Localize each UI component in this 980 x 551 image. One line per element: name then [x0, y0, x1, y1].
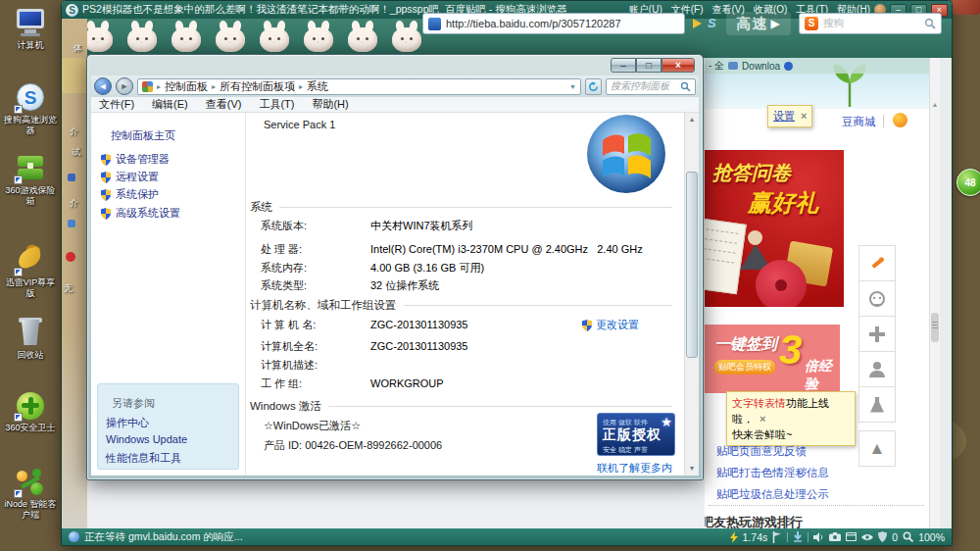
speed-mode-button[interactable]: 高速▶ [726, 12, 791, 35]
sidebar-home-link[interactable]: 控制面板主页 [111, 128, 175, 143]
desktop-icon-sogou-browser[interactable]: S 搜狗高速浏览器 [2, 82, 59, 136]
computer-name-row: 计算机全名:ZGC-201301130935 [261, 339, 674, 354]
up-arrow-icon: ▲ [869, 440, 886, 457]
sidebar-windows-update[interactable]: Windows Update [106, 433, 187, 445]
flag-icon[interactable] [772, 531, 782, 543]
windows-logo [581, 113, 675, 197]
chevron-icon: ▸ [157, 82, 161, 91]
folder-sliver [62, 58, 87, 93]
zoom-level[interactable]: 100% [918, 531, 945, 543]
desktop-icon-label: 迅雷VIP尊享版 [2, 277, 59, 299]
learn-more-link[interactable]: 联机了解更多内容... [597, 461, 684, 476]
lab-tool[interactable] [858, 386, 896, 423]
cp-search-placeholder: 搜索控制面板 [611, 79, 680, 93]
feedback-link[interactable]: 贴吧页面意见反馈 [716, 444, 807, 459]
accelerator-ball[interactable]: 48 [956, 169, 980, 196]
wand-icon: ★ [868, 255, 886, 273]
bookmark-item[interactable]: Downloa [742, 61, 780, 72]
sidebar-device-manager[interactable]: 设备管理器 [101, 152, 170, 167]
close-icon[interactable]: × [760, 413, 765, 425]
computer-name-row: 工 作 组:WORKGROUP [261, 376, 674, 391]
system-section-title: 系统 [250, 200, 272, 215]
settings-link[interactable]: 设置 [773, 110, 795, 122]
scroll-up-icon[interactable]: ▲ [685, 116, 699, 123]
desktop-icon-360-safe[interactable]: 360安全卫士 [2, 390, 59, 433]
cp-menu-edit[interactable]: 编辑(E) [152, 97, 188, 112]
sidebar-remote-settings[interactable]: 远程设置 [101, 170, 159, 184]
desktop-icon-inode[interactable]: iNode 智能客户端 [2, 467, 59, 521]
desktop-icon-recycle-bin[interactable]: 回收站 [2, 318, 59, 361]
cp-scrollbar[interactable]: ▲ ▲ [684, 113, 699, 476]
report-link[interactable]: 贴吧打击色情淫秽信息 [716, 466, 829, 480]
cp-minimize-button[interactable]: – [611, 58, 636, 73]
mall-link[interactable]: 豆商城 [842, 115, 876, 129]
sidebar-performance-tools[interactable]: 性能信息和工具 [106, 451, 181, 466]
cp-menu-help[interactable]: 帮助(H) [312, 97, 348, 112]
magic-wand-tool[interactable]: ★ [858, 245, 896, 281]
breadcrumb[interactable]: ▸ 控制面板 ▸ 所有控制面板项 ▸ 系统 ▼ [137, 78, 581, 95]
bookmarks-bar: - 全 Downloa [705, 58, 929, 74]
bookmark-item[interactable]: - 全 [709, 59, 724, 73]
back-button[interactable]: ◄ [94, 77, 112, 95]
desktop-icon-360-gamebox[interactable]: 360游戏保险箱 [2, 153, 59, 207]
download-icon[interactable] [793, 531, 803, 542]
browser-search-box[interactable]: S 搜狗 [799, 13, 942, 34]
back-to-top-button[interactable]: ▲ [858, 430, 896, 467]
spam-notice-link[interactable]: 贴吧垃圾信息处理公示 [716, 487, 829, 502]
eye-icon[interactable] [861, 533, 873, 541]
page-scrollbar[interactable]: ▲ [929, 58, 940, 530]
breadcrumb-all-items[interactable]: 所有控制面板项 [220, 79, 295, 94]
computer-icon [13, 8, 48, 39]
shield-status-icon[interactable] [878, 531, 887, 542]
change-settings[interactable]: 更改设置 [582, 318, 639, 332]
cp-menu-tools[interactable]: 工具(T) [259, 97, 294, 112]
system-row: 系统版本:中关村WIN7装机系列 [261, 219, 674, 233]
camera-icon[interactable] [829, 532, 841, 541]
change-settings-link: 更改设置 [596, 318, 639, 332]
desktop-icon-xunlei-vip[interactable]: 迅雷VIP尊享版 [2, 245, 59, 299]
see-also-heading: 另请参阅 [112, 396, 155, 411]
loading-spinner-icon [69, 531, 79, 542]
search-magnifier-icon [680, 81, 691, 92]
scroll-down-icon[interactable]: ▲ [685, 466, 699, 473]
sidebar-advanced-settings[interactable]: 高级系统设置 [101, 206, 180, 221]
cp-scrollbar-thumb[interactable] [686, 172, 698, 358]
survey-paper-art [705, 218, 747, 295]
close-icon[interactable]: × [801, 110, 807, 122]
window-icon[interactable] [846, 532, 857, 541]
sign-in-ad-banner[interactable]: 一键签到 贴吧会员特权 3 倍经验 [705, 325, 840, 393]
add-tool[interactable] [858, 316, 896, 352]
breadcrumb-system[interactable]: 系统 [307, 79, 328, 94]
dropdown-icon[interactable]: ▼ [569, 83, 576, 90]
scrollbar-thumb[interactable] [931, 313, 939, 342]
genuine-software-badge[interactable]: 使用 微软 软件 正版授权 安全 稳定 声誉 ★ [597, 413, 675, 456]
desktop-icon-computer[interactable]: 计算机 [2, 8, 59, 51]
follow-tool[interactable] [858, 351, 896, 387]
speaker-icon[interactable] [813, 532, 824, 542]
zoom-magnifier-icon[interactable] [903, 531, 913, 542]
uac-shield-icon [101, 208, 111, 220]
rabbit-skin-art [83, 27, 113, 52]
cp-close-button[interactable]: × [662, 58, 695, 73]
activation-status: ☆WinDows已激活☆ [264, 419, 361, 433]
sogou-s-icon[interactable]: S [708, 16, 716, 30]
sidebar-system-protection[interactable]: 系统保护 [101, 187, 159, 202]
control-panel-search[interactable]: 搜索控制面板 [606, 78, 696, 95]
load-time: 1.74s [743, 531, 768, 543]
forward-button[interactable]: ► [116, 77, 133, 95]
cp-menu-view[interactable]: 查看(V) [206, 97, 242, 112]
star-icon: ★ [661, 415, 672, 429]
refresh-button[interactable] [585, 78, 602, 95]
search-magnifier-icon[interactable] [924, 18, 936, 29]
smiley-icon [869, 291, 885, 307]
survey-ad-banner[interactable]: 抢答问卷 赢好礼 [705, 150, 844, 307]
mall-fire-icon[interactable] [893, 113, 907, 127]
cp-menu-file[interactable]: 文件(F) [99, 97, 134, 112]
cp-maximize-button[interactable]: □ [636, 58, 662, 73]
address-bar[interactable]: http://tieba.baidu.com/p/3057120287 [422, 13, 685, 34]
breadcrumb-control-panel[interactable]: 控制面板 [165, 79, 208, 94]
quick-launch-icon[interactable] [693, 19, 702, 28]
scroll-up-icon[interactable]: ▲ [930, 101, 940, 108]
emoticon-tool[interactable] [858, 280, 896, 317]
sidebar-action-center[interactable]: 操作中心 [106, 416, 149, 430]
